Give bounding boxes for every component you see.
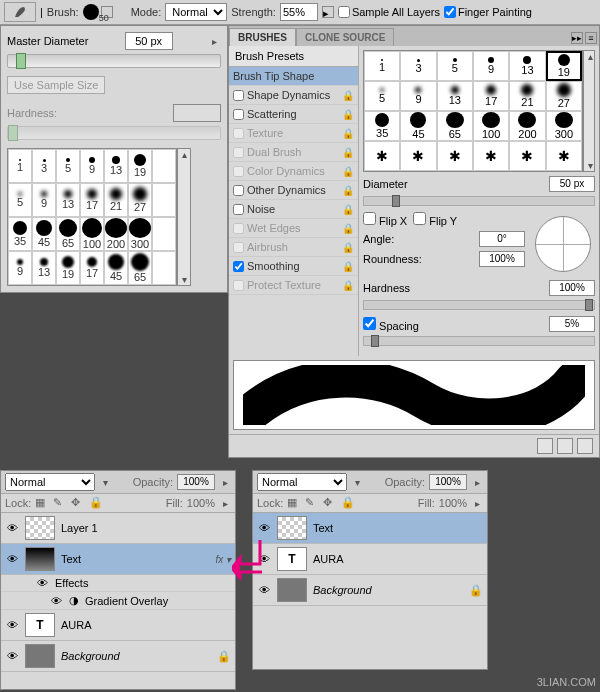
brush-tip-cell[interactable]: 19 xyxy=(546,51,582,81)
brush-preset-cell[interactable]: 13 xyxy=(32,251,56,285)
brush-preset-cell[interactable]: 45 xyxy=(32,217,56,251)
brush-tip-cell[interactable]: 300 xyxy=(546,111,582,141)
brush-tip-cell[interactable]: 9 xyxy=(400,81,436,111)
brush-tip-cell[interactable]: 27 xyxy=(546,81,582,111)
brush-preset-cell[interactable]: 3 xyxy=(32,149,56,183)
brush-option-scattering[interactable]: Scattering🔒 xyxy=(229,105,358,124)
brush-tip-cell[interactable]: 200 xyxy=(509,111,545,141)
spacing-slider[interactable] xyxy=(363,336,595,346)
brush-preset-cell[interactable] xyxy=(152,251,176,285)
brush-tip-cell[interactable]: 45 xyxy=(400,111,436,141)
lock-move-icon[interactable]: ✥ xyxy=(323,496,337,510)
brush-tip-cell[interactable]: 21 xyxy=(509,81,545,111)
layer-effect-row[interactable]: 👁Effects xyxy=(1,575,235,592)
diameter-slider[interactable] xyxy=(363,196,595,206)
layer-row[interactable]: 👁Text xyxy=(253,513,487,544)
brush-preset-cell[interactable] xyxy=(152,149,176,183)
tab-brushes[interactable]: BRUSHES xyxy=(229,28,296,46)
brush-tip-cell[interactable]: 5 xyxy=(437,51,473,81)
brush-preset-cell[interactable]: 9 xyxy=(80,149,104,183)
scrollbar[interactable] xyxy=(178,160,190,274)
brush-tip-cell[interactable]: 13 xyxy=(437,81,473,111)
use-sample-size-button[interactable]: Use Sample Size xyxy=(7,76,105,94)
brush-preset-cell[interactable]: 65 xyxy=(128,251,152,285)
layer-name[interactable]: AURA xyxy=(313,553,483,565)
chevron-down-icon[interactable]: ▾ xyxy=(99,477,111,488)
smudge-tool-icon[interactable] xyxy=(4,2,36,22)
brush-tip-cell[interactable]: ✱ xyxy=(400,141,436,171)
flyout-icon[interactable]: ▸ xyxy=(471,477,483,488)
brush-presets-header[interactable]: Brush Presets xyxy=(229,46,358,67)
visibility-icon[interactable]: 👁 xyxy=(5,619,19,631)
angle-value[interactable]: 0° xyxy=(479,231,525,247)
scroll-down-icon[interactable]: ▾ xyxy=(584,160,596,171)
opacity-value[interactable]: 100% xyxy=(429,474,467,490)
brush-preset-cell[interactable]: 5 xyxy=(8,183,32,217)
lock-all-icon[interactable]: 🔒 xyxy=(341,496,355,510)
brush-preset-cell[interactable] xyxy=(152,183,176,217)
brush-tip-shape-item[interactable]: Brush Tip Shape xyxy=(229,67,358,86)
layer-thumbnail[interactable] xyxy=(277,578,307,602)
flip-y-checkbox[interactable]: Flip Y xyxy=(413,212,457,227)
scroll-down-icon[interactable]: ▾ xyxy=(178,274,190,285)
mode-select[interactable]: Normal xyxy=(165,3,227,21)
brush-tip-cell[interactable]: 1 xyxy=(364,51,400,81)
layer-name[interactable]: AURA xyxy=(61,619,231,631)
brush-grid[interactable]: 1359131959131721273545651002003009131917… xyxy=(7,148,177,286)
layer-row[interactable]: 👁Background🔒 xyxy=(253,575,487,606)
scrollbar[interactable] xyxy=(584,62,594,160)
layer-name[interactable]: Background xyxy=(61,650,211,662)
brush-preset-cell[interactable]: 17 xyxy=(80,183,104,217)
layer-row[interactable]: 👁TAURA xyxy=(253,544,487,575)
brush-preset-cell[interactable]: 17 xyxy=(80,251,104,285)
brush-tip-cell[interactable]: 9 xyxy=(473,51,509,81)
lock-all-icon[interactable]: 🔒 xyxy=(89,496,103,510)
master-diameter-slider[interactable] xyxy=(7,54,221,68)
lock-move-icon[interactable]: ✥ xyxy=(71,496,85,510)
tab-clone-source[interactable]: CLONE SOURCE xyxy=(296,28,395,46)
brush-preset-cell[interactable]: 45 xyxy=(104,251,128,285)
brush-option-other-dynamics[interactable]: Other Dynamics🔒 xyxy=(229,181,358,200)
brush-option-smoothing[interactable]: Smoothing🔒 xyxy=(229,257,358,276)
brush-preset-cell[interactable]: 65 xyxy=(56,217,80,251)
brush-option-noise[interactable]: Noise🔒 xyxy=(229,200,358,219)
visibility-icon[interactable]: 👁 xyxy=(5,553,19,565)
brush-option-shape-dynamics[interactable]: Shape Dynamics🔒 xyxy=(229,86,358,105)
layer-thumbnail[interactable]: T xyxy=(25,613,55,637)
collapse-icon[interactable]: ▸▸ xyxy=(571,32,583,44)
brush-preset-cell[interactable]: 300 xyxy=(128,217,152,251)
delete-brush-icon[interactable] xyxy=(577,438,593,454)
lock-transparency-icon[interactable]: ▦ xyxy=(35,496,49,510)
brush-preset-cell[interactable]: 5 xyxy=(56,149,80,183)
brush-tip-cell[interactable]: ✱ xyxy=(473,141,509,171)
brush-tip-cell[interactable]: 17 xyxy=(473,81,509,111)
flyout-icon[interactable]: ▸ xyxy=(471,498,483,509)
layer-row[interactable]: 👁TAURA xyxy=(1,610,235,641)
roundness-value[interactable]: 100% xyxy=(479,251,525,267)
opacity-value[interactable]: 100% xyxy=(177,474,215,490)
lock-transparency-icon[interactable]: ▦ xyxy=(287,496,301,510)
layer-name[interactable]: Layer 1 xyxy=(61,522,231,534)
visibility-icon[interactable]: 👁 xyxy=(257,584,271,596)
flyout-icon[interactable]: ▸ xyxy=(219,498,231,509)
brush-tip-cell[interactable]: ✱ xyxy=(509,141,545,171)
brush-preset-cell[interactable]: 1 xyxy=(8,149,32,183)
brush-preset-cell[interactable]: 9 xyxy=(32,183,56,217)
layer-thumbnail[interactable] xyxy=(277,516,307,540)
visibility-icon[interactable]: 👁 xyxy=(35,577,49,589)
layer-name[interactable]: Text xyxy=(61,553,209,565)
brush-tip-cell[interactable]: 35 xyxy=(364,111,400,141)
visibility-icon[interactable]: 👁 xyxy=(5,522,19,534)
layer-thumbnail[interactable]: T xyxy=(277,547,307,571)
strength-input[interactable] xyxy=(280,3,318,21)
layer-thumbnail[interactable] xyxy=(25,547,55,571)
flyout-icon[interactable]: ▸ xyxy=(219,477,231,488)
brush-preset-cell[interactable]: 35 xyxy=(8,217,32,251)
visibility-icon[interactable]: 👁 xyxy=(5,650,19,662)
hardness-slider2[interactable] xyxy=(363,300,595,310)
layer-thumbnail[interactable] xyxy=(25,644,55,668)
layer-effect-row[interactable]: 👁◑ Gradient Overlay xyxy=(1,592,235,610)
spacing-checkbox[interactable]: Spacing xyxy=(363,317,419,332)
brush-preset-cell[interactable]: 9 xyxy=(8,251,32,285)
visibility-icon[interactable]: 👁 xyxy=(257,522,271,534)
